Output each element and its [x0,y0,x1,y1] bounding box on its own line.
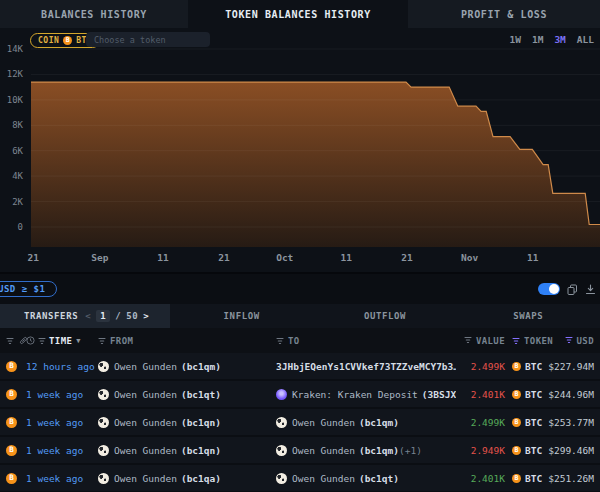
filter-icon[interactable] [98,337,106,345]
tab-transfers[interactable]: TRANSFERS < 1 / 50 > [0,304,170,328]
usd-value: $244.96M [548,389,594,400]
transaction-time-link[interactable]: 1 week ago [26,389,83,400]
to-address[interactable]: (bc1qm) [359,417,399,428]
from-address[interactable]: (bc1qn) [181,417,221,428]
x-tick-label: 11 [527,252,538,263]
table-tab-bar: TRANSFERS < 1 / 50 > INFLOW OUTFLOW SWAP… [0,304,600,328]
col-to[interactable]: TO [288,336,300,346]
chart-y-axis-labels: 02K4K6K8K10K12K14K [0,45,26,247]
y-tick-label: 14K [7,44,23,54]
from-name[interactable]: Owen Gunden [114,473,177,484]
y-tick-label: 2K [12,197,23,207]
page-total: 50 [126,311,138,321]
col-usd[interactable]: USD [577,336,594,346]
from-address[interactable]: (bc1qt) [181,389,221,400]
range-all[interactable]: ALL [577,34,594,45]
x-tick-label: Oct [276,252,293,263]
x-tick-label: 11 [157,252,168,263]
token-symbol: BTC [525,361,542,372]
page-next-button[interactable]: > [143,311,149,321]
filter-toggle[interactable] [538,283,560,295]
transfer-value: 2.401K [471,473,505,484]
filter-icon-active[interactable] [512,337,520,345]
range-1w[interactable]: 1W [509,34,520,45]
x-tick-label: Sep [91,252,108,263]
to-address[interactable]: (bc1qm) [359,445,399,456]
from-name[interactable]: Owen Gunden [114,389,177,400]
btc-token-icon: B [6,389,17,400]
avatar [276,473,287,484]
to-name[interactable]: Owen Gunden [292,417,355,428]
filter-icon[interactable] [464,336,472,346]
tab-profit-and-loss[interactable]: PROFIT & LOSS [408,0,600,28]
to-name[interactable]: Owen Gunden [292,445,355,456]
page-number[interactable]: 1 [96,310,110,322]
from-address[interactable]: (bc1qn) [181,445,221,456]
to-address[interactable]: 3JHbjEQenYs1CVVkef73TZZveMCY7b3… [276,361,456,372]
token-symbol: BTC [525,445,542,456]
x-tick-label: 21 [218,252,229,263]
y-tick-label: 0 [18,222,23,232]
filter-icon[interactable] [276,337,284,345]
transfer-value: 2.499K [471,417,505,428]
x-tick-label: 21 [28,252,39,263]
table-row[interactable]: B 1 week ago Owen Gunden(bc1qn) Owen Gun… [0,409,600,437]
y-tick-label: 4K [12,171,23,181]
area-chart[interactable] [31,45,600,247]
filter-icon[interactable] [38,337,46,345]
kraken-avatar [276,389,287,400]
additional-recipients[interactable]: (+1) [399,445,422,456]
y-tick-label: 8K [12,120,23,130]
tab-inflow[interactable]: INFLOW [170,304,313,328]
table-row[interactable]: B 12 hours ago Owen Gunden(bc1qm) 3JHbjE… [0,353,600,381]
to-name[interactable]: Kraken: Kraken Deposit [292,389,418,400]
transaction-time-link[interactable]: 12 hours ago [26,361,95,372]
from-name[interactable]: Owen Gunden [114,361,177,372]
to-name[interactable]: Owen Gunden [292,473,355,484]
page-prev-button[interactable]: < [85,311,91,321]
download-icon[interactable] [585,284,596,295]
from-address[interactable]: (bc1qa) [181,473,221,484]
transaction-time-link[interactable]: 1 week ago [26,473,83,484]
usd-min-filter-pill[interactable]: USD ≥ $1 [0,281,57,297]
col-time[interactable]: TIME [49,336,72,346]
from-name[interactable]: Owen Gunden [114,445,177,456]
token-balance-chart-section: COIN B BTC 1W 1M 3M ALL 02K4K6K8K10K12K1… [0,28,600,274]
to-address[interactable]: (3BSJX) [422,389,456,400]
to-address[interactable]: (bc1qt) [359,473,399,484]
btc-token-icon: B [6,445,17,456]
page-separator: / [115,311,121,321]
from-address[interactable]: (bc1qm) [181,361,221,372]
filter-icon[interactable] [6,337,14,345]
avatar [98,445,109,456]
col-from[interactable]: FROM [110,336,133,346]
time-range-selector: 1W 1M 3M ALL [509,34,594,45]
tab-swaps[interactable]: SWAPS [457,304,600,328]
filter-icon-active[interactable] [565,336,573,346]
tab-balances-history[interactable]: BALANCES HISTORY [0,0,188,28]
from-name[interactable]: Owen Gunden [114,417,177,428]
chevron-down-icon[interactable]: ▼ [76,337,81,345]
token-symbol: BTC [525,473,542,484]
pagination: < 1 / 50 > [85,310,149,322]
usd-value: $299.46M [548,445,594,456]
btc-token-icon: B [6,417,17,428]
toggle-knob [549,284,559,294]
range-3m[interactable]: 3M [554,34,565,45]
copy-icon[interactable] [567,284,578,295]
table-row[interactable]: B 1 week ago Owen Gunden(bc1qa) Owen Gun… [0,465,600,492]
btc-icon: B [512,474,521,483]
transaction-time-link[interactable]: 1 week ago [26,445,83,456]
tab-outflow[interactable]: OUTFLOW [313,304,456,328]
table-row[interactable]: B 1 week ago Owen Gunden(bc1qn) Owen Gun… [0,437,600,465]
coin-pill-label: COIN [38,36,59,45]
btc-icon: B [512,362,521,371]
tab-transfers-label: TRANSFERS [24,311,78,321]
table-row[interactable]: B 1 week ago Owen Gunden(bc1qt) Kraken: … [0,381,600,409]
transaction-time-link[interactable]: 1 week ago [26,417,83,428]
avatar [276,445,287,456]
btc-icon: B [63,36,72,45]
range-1m[interactable]: 1M [532,34,543,45]
col-value[interactable]: VALUE [476,336,505,346]
tab-token-balances-history[interactable]: TOKEN BALANCES HISTORY [188,0,408,28]
